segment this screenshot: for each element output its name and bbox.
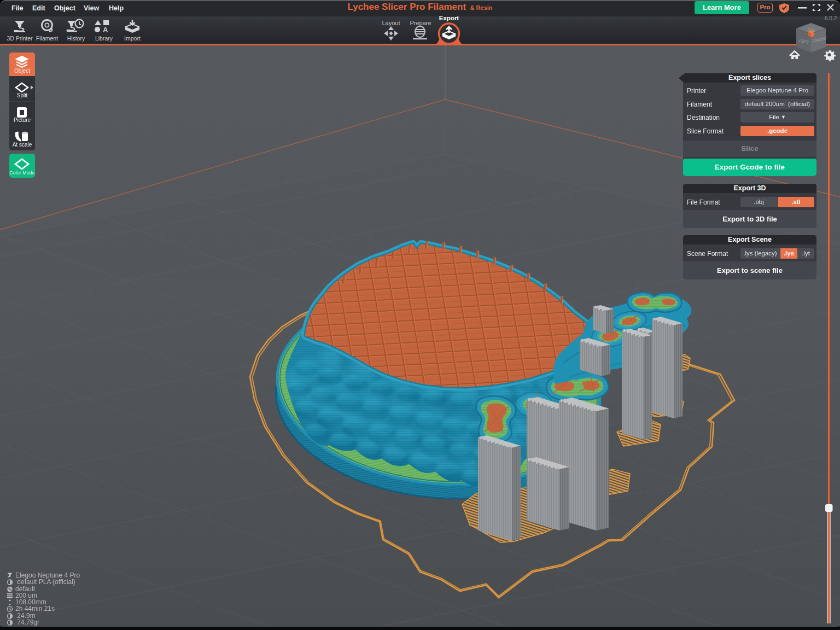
svg-text:A: A [103, 26, 108, 34]
